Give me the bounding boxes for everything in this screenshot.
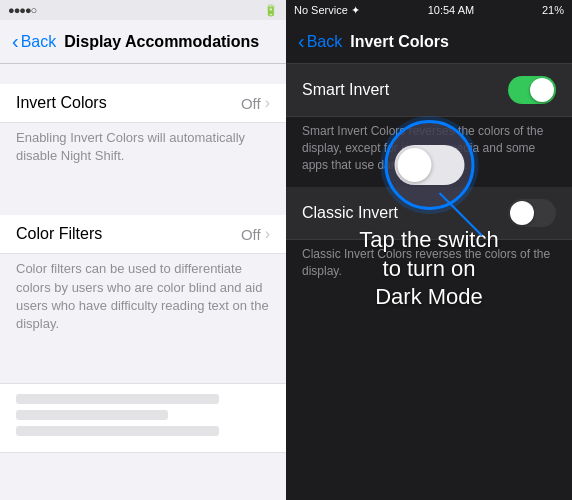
right-panel: No Service ✦ 10:54 AM 21% ‹ Back Invert … <box>286 0 572 500</box>
color-filters-value: Off <box>241 226 261 243</box>
smart-invert-title: Smart Invert <box>302 81 389 99</box>
right-status-signal: No Service ✦ <box>294 4 360 17</box>
callout-text: Tap the switch to turn on Dark Mode <box>358 226 501 312</box>
color-filters-item[interactable]: Color Filters Off › <box>0 215 286 254</box>
left-nav-title: Display Accommodations <box>64 33 259 51</box>
blurred-line-1 <box>16 394 219 404</box>
color-filters-section: Color Filters Off › <box>0 215 286 254</box>
smart-invert-item[interactable]: Smart Invert <box>286 64 572 117</box>
invert-colors-section: Invert Colors Off › <box>0 84 286 123</box>
blurred-section <box>0 383 286 453</box>
left-nav-bar: ‹ Back Display Accommodations <box>0 20 286 64</box>
overlay-callout: Tap the switch to turn on Dark Mode <box>358 120 501 312</box>
invert-colors-item[interactable]: Invert Colors Off › <box>0 84 286 123</box>
right-back-button[interactable]: ‹ Back <box>298 30 342 53</box>
left-status-bar: ●●●●○ 🔋 <box>0 0 286 20</box>
right-back-label[interactable]: Back <box>307 33 343 51</box>
invert-colors-chevron-icon: › <box>265 94 270 112</box>
right-back-chevron-icon: ‹ <box>298 30 305 53</box>
invert-colors-value-group: Off › <box>241 94 270 112</box>
left-back-button[interactable]: ‹ Back <box>12 30 56 53</box>
color-filters-title: Color Filters <box>16 225 102 242</box>
left-panel: ●●●●○ 🔋 ‹ Back Display Accommodations In… <box>0 0 286 500</box>
section-gap-2 <box>0 343 286 363</box>
right-status-bar: No Service ✦ 10:54 AM 21% <box>286 0 572 20</box>
blurred-line-3 <box>16 426 219 436</box>
circle-highlight <box>384 120 474 210</box>
color-filters-label-group: Color Filters <box>16 225 241 243</box>
smart-invert-knob <box>530 78 554 102</box>
invert-colors-description: Enabling Invert Colors will automaticall… <box>0 123 286 175</box>
blurred-line-2 <box>16 410 168 420</box>
color-filters-description: Color filters can be used to differentia… <box>0 254 286 343</box>
classic-invert-knob <box>510 201 534 225</box>
color-filters-chevron-icon: › <box>265 225 270 243</box>
invert-colors-label-group: Invert Colors <box>16 94 241 112</box>
classic-invert-toggle[interactable] <box>508 199 556 227</box>
right-nav-bar: ‹ Back Invert Colors <box>286 20 572 64</box>
invert-colors-value: Off <box>241 95 261 112</box>
left-status-signal: ●●●●○ <box>8 4 36 16</box>
left-back-chevron-icon: ‹ <box>12 30 19 53</box>
circle-toggle-visual <box>394 145 464 185</box>
circle-toggle-knob <box>397 148 431 182</box>
right-nav-title: Invert Colors <box>350 33 449 51</box>
smart-invert-toggle[interactable] <box>508 76 556 104</box>
right-status-time: 10:54 AM <box>428 4 474 16</box>
color-filters-value-group: Off › <box>241 225 270 243</box>
left-back-label[interactable]: Back <box>21 33 57 51</box>
left-status-battery: 🔋 <box>264 4 278 17</box>
section-gap-1 <box>0 175 286 195</box>
right-status-battery: 21% <box>542 4 564 16</box>
invert-colors-title: Invert Colors <box>16 94 107 111</box>
